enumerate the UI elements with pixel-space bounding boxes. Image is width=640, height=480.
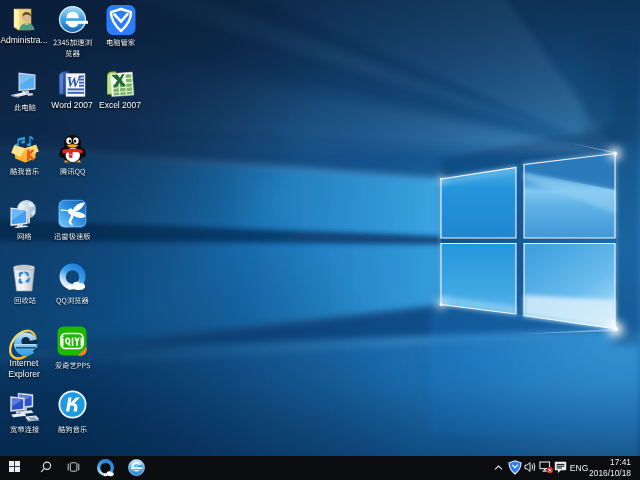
svg-text:W: W [66,73,81,90]
